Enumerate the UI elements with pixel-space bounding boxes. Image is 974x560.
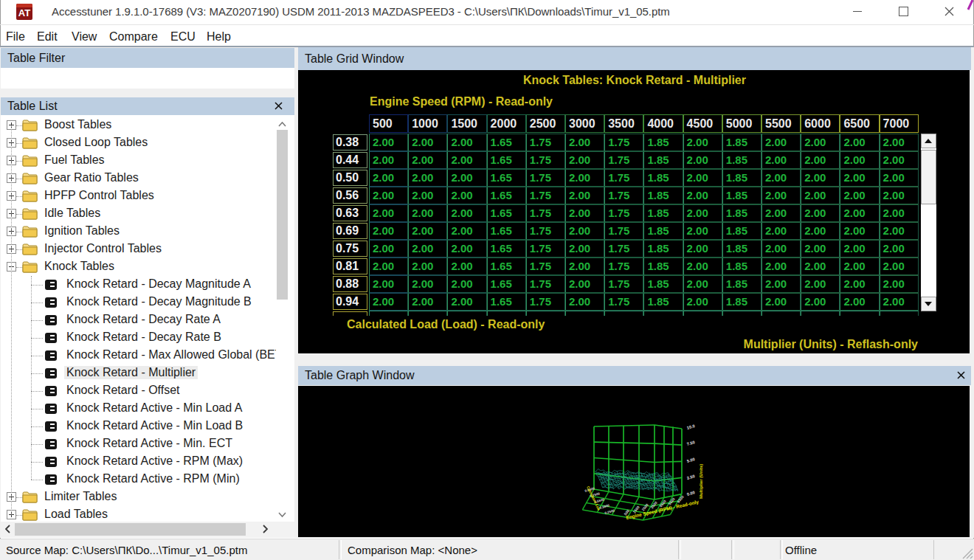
- svg-text:5.00: 5.00: [686, 457, 695, 463]
- svg-text:2.50: 2.50: [686, 474, 695, 480]
- svg-text:Multiplier (Units): Multiplier (Units): [699, 464, 703, 499]
- svg-text:10.0: 10.0: [686, 424, 695, 430]
- svg-text:7.50: 7.50: [686, 440, 695, 446]
- svg-text:0.00: 0.00: [686, 490, 695, 497]
